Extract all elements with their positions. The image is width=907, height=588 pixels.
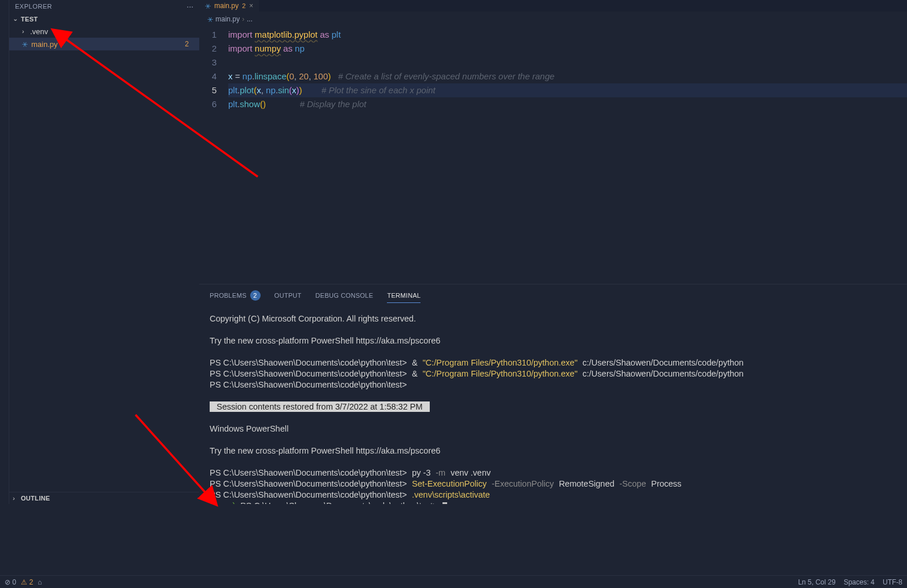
chevron-down-icon: ⌄ <box>13 15 20 23</box>
line-number: 3 <box>199 56 217 70</box>
chevron-right-icon: › <box>22 28 29 35</box>
line-number: 5 <box>199 83 217 97</box>
tree-folder-venv[interactable]: › .venv <box>9 25 199 38</box>
line-number: 1 <box>199 28 217 42</box>
tree-file-main-py[interactable]: ⚹ main.py 2 <box>9 38 199 50</box>
problems-count-badge: 2 <box>250 290 261 301</box>
tab-modified-count: 2 <box>242 2 246 9</box>
python-file-icon: ⚹ <box>207 15 213 23</box>
breadcrumb-rest: ... <box>247 15 253 23</box>
workspace-header[interactable]: ⌄ TEST <box>9 13 199 25</box>
more-icon[interactable]: ··· <box>186 2 193 11</box>
line-gutter: 1 2 3 4 5 6 <box>199 28 228 284</box>
tab-main-py[interactable]: ⚹ main.py 2 × <box>199 0 259 12</box>
code-line: x = np.linspace(0, 20, 100) # Create a l… <box>228 70 907 83</box>
tab-problems[interactable]: PROBLEMS 2 <box>210 290 261 304</box>
outline-title: OUTLINE <box>21 495 50 502</box>
file-label: main.py <box>31 40 58 49</box>
session-restored-bar: Session contents restored from 3/7/2022 … <box>210 401 430 412</box>
line-number: 2 <box>199 42 217 56</box>
tab-output[interactable]: OUTPUT <box>275 292 302 302</box>
breadcrumb-separator: › <box>242 15 244 23</box>
code-editor[interactable]: 1 2 3 4 5 6 import matplotlib.pyplot as … <box>199 27 907 284</box>
line-number: 6 <box>199 97 217 111</box>
code-line: plt.plot(x, np.sin(x)) # Plot the sine o… <box>228 83 907 97</box>
status-right: Ln 5, Col 29 Spaces: 4 UTF-8 <box>798 578 902 586</box>
explorer-panel: EXPLORER ··· ⌄ TEST › .venv ⚹ main.py 2 … <box>9 0 199 504</box>
breadcrumb[interactable]: ⚹ main.py › ... <box>199 12 907 27</box>
editor-area: ⚹ main.py 2 × ⚹ main.py › ... 1 2 3 4 5 … <box>199 0 907 504</box>
file-tree: › .venv ⚹ main.py 2 <box>9 25 199 492</box>
status-bar[interactable]: ⊘ 0 ⚠ 2 ⌂ Ln 5, Col 29 Spaces: 4 UTF-8 <box>0 575 907 588</box>
terminal-cursor <box>442 502 447 505</box>
code-line: import matplotlib.pyplot as plt <box>228 28 907 42</box>
home-icon[interactable]: ⌂ <box>38 578 42 586</box>
activity-bar[interactable] <box>0 0 9 504</box>
tab-terminal[interactable]: TERMINAL <box>387 292 420 303</box>
tab-bar: ⚹ main.py 2 × <box>199 0 907 12</box>
tab-debug-console[interactable]: DEBUG CONSOLE <box>316 292 374 302</box>
terminal[interactable]: Copyright (C) Microsoft Corporation. All… <box>199 305 907 504</box>
problems-badge: 2 <box>185 40 189 48</box>
code-content[interactable]: import matplotlib.pyplot as plt import n… <box>228 28 907 284</box>
cursor-position[interactable]: Ln 5, Col 29 <box>798 578 836 586</box>
warning-count[interactable]: ⚠ 2 <box>21 578 33 586</box>
explorer-title: EXPLORER <box>15 3 52 10</box>
python-file-icon: ⚹ <box>22 40 28 48</box>
line-number: 4 <box>199 70 217 83</box>
workspace-name: TEST <box>21 16 38 23</box>
outline-header[interactable]: › OUTLINE <box>9 492 199 504</box>
chevron-right-icon: › <box>13 495 20 502</box>
folder-label: .venv <box>30 27 48 36</box>
panel-tabs: PROBLEMS 2 OUTPUT DEBUG CONSOLE TERMINAL <box>199 284 907 305</box>
error-count[interactable]: ⊘ 0 <box>5 578 16 586</box>
explorer-header: EXPLORER ··· <box>9 0 199 13</box>
python-file-icon: ⚹ <box>205 2 211 10</box>
code-line: plt.show() # Display the plot <box>228 97 907 111</box>
encoding[interactable]: UTF-8 <box>883 578 902 586</box>
close-icon[interactable]: × <box>249 2 253 10</box>
panel-area: PROBLEMS 2 OUTPUT DEBUG CONSOLE TERMINAL… <box>199 284 907 504</box>
code-line: import numpy as np <box>228 42 907 56</box>
code-line <box>228 56 907 70</box>
tab-filename: main.py <box>214 2 239 10</box>
indentation[interactable]: Spaces: 4 <box>844 578 875 586</box>
breadcrumb-file: main.py <box>215 15 240 23</box>
